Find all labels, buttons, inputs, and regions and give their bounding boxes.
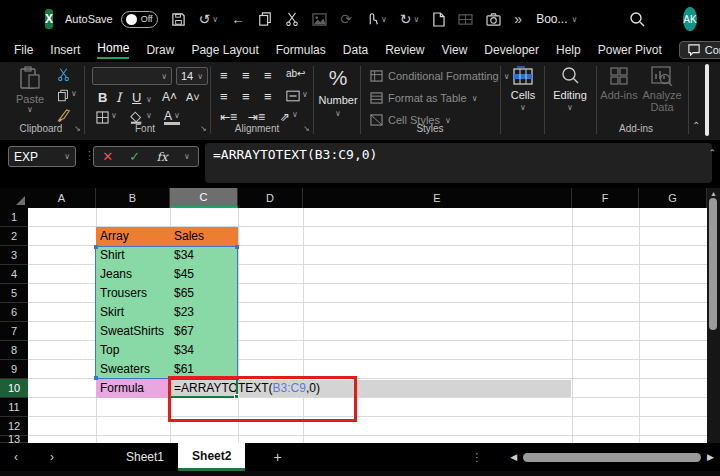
font-dialog-launcher-icon[interactable]: ↘ (200, 124, 207, 133)
column-header-e[interactable]: E (303, 188, 572, 208)
touch-mode-icon[interactable]: ∨ (365, 12, 387, 26)
column-header-a[interactable]: A (28, 188, 96, 208)
copy-icon[interactable] (258, 12, 272, 26)
cell-b2[interactable]: Array (96, 227, 170, 246)
tab-sheet1[interactable]: Sheet1 (112, 443, 178, 471)
comments-button[interactable]: Comments (679, 41, 720, 59)
format-as-table-button[interactable]: Format as Table∨ (370, 92, 478, 104)
search-icon[interactable] (629, 11, 645, 27)
new-file-icon[interactable] (432, 12, 445, 27)
underline-button[interactable]: U (132, 90, 141, 105)
tab-scroll-divider[interactable]: ⋮ (471, 451, 482, 464)
align-center-icon[interactable]: ≡ (242, 89, 250, 104)
align-top-icon[interactable]: ≡ (220, 68, 228, 83)
name-box[interactable]: EXP ∨ (8, 146, 76, 167)
tab-page-layout[interactable]: Page Layout (191, 43, 258, 57)
tab-draw[interactable]: Draw (146, 43, 174, 57)
bold-button[interactable]: B (98, 90, 107, 105)
expand-formula-bar-icon[interactable]: ⌃ (708, 148, 716, 158)
collapse-ribbon-icon[interactable]: ⌃ (692, 120, 700, 131)
autosave-toggle[interactable]: Off (121, 11, 158, 28)
scroll-left-icon[interactable]: ◀ (510, 452, 517, 462)
tab-file[interactable]: File (14, 43, 33, 57)
copy-button[interactable]: ∨ (57, 89, 77, 102)
tab-help[interactable]: Help (556, 43, 581, 57)
row-header-6[interactable]: 6 (0, 303, 28, 322)
decrease-indent-icon[interactable]: ⇤≡ (220, 110, 237, 124)
column-header-g[interactable]: G (639, 188, 707, 208)
tab-data[interactable]: Data (343, 43, 368, 57)
prev-sheet-icon[interactable]: ‹ (14, 450, 36, 464)
align-middle-icon[interactable]: ≡ (242, 68, 250, 83)
row-header-11[interactable]: 11 (0, 398, 28, 417)
align-left-icon[interactable]: ≡ (220, 89, 228, 104)
scroll-up-icon[interactable]: ▲ (710, 190, 717, 197)
cut-button[interactable] (57, 68, 70, 81)
tab-sheet2[interactable]: Sheet2 (178, 443, 245, 471)
undo-icon[interactable]: ↺∨ (199, 12, 219, 26)
editing-button[interactable]: Editing ∨ (548, 66, 592, 112)
row-header-5[interactable]: 5 (0, 284, 28, 303)
vertical-scrollbar[interactable]: ▲ (707, 188, 720, 443)
row-header-9[interactable]: 9 (0, 360, 28, 379)
align-bottom-icon[interactable]: ≡ (264, 68, 272, 83)
tab-developer[interactable]: Developer (484, 43, 539, 57)
column-header-d[interactable]: D (238, 188, 303, 208)
cell-c2[interactable]: Sales (170, 227, 238, 246)
camera-icon[interactable] (486, 13, 501, 26)
cut-icon[interactable] (285, 12, 299, 26)
tab-formulas[interactable]: Formulas (276, 43, 326, 57)
increase-font-button[interactable]: A˄ (162, 90, 177, 104)
column-header-c[interactable]: C (170, 188, 238, 208)
conditional-formatting-button[interactable]: Conditional Formatting∨ (370, 70, 510, 82)
clipboard-dialog-launcher-icon[interactable]: ↘ (74, 124, 81, 133)
cell-b10[interactable]: Formula (96, 379, 170, 398)
tab-review[interactable]: Review (385, 43, 424, 57)
formula-input[interactable]: =ARRAYTOTEXT(B3:C9,0) (205, 143, 712, 183)
column-header-f[interactable]: F (572, 188, 639, 208)
tab-home[interactable]: Home (97, 41, 129, 59)
font-size-select[interactable]: 14∨ (176, 67, 208, 85)
toolbar-overflow-icon[interactable]: » (514, 12, 522, 26)
column-header-b[interactable]: B (96, 188, 170, 208)
select-all-corner[interactable] (0, 188, 28, 208)
wrap-text-icon[interactable]: ab↩ (286, 68, 306, 79)
alignment-dialog-launcher-icon[interactable]: ↘ (303, 124, 310, 133)
font-name-select[interactable]: ∨ (92, 67, 172, 85)
redo-icon[interactable]: ↻∨ (400, 12, 420, 26)
italic-button[interactable]: I (116, 90, 121, 105)
back-arrow-icon[interactable]: ← (231, 12, 245, 26)
confirm-entry-icon[interactable]: ✓ (129, 149, 140, 164)
tab-view[interactable]: View (442, 43, 468, 57)
orientation-button[interactable]: ⇗∨ (280, 110, 298, 124)
avatar[interactable]: AK (683, 7, 696, 31)
row-header-10[interactable]: 10 (0, 379, 28, 398)
row-header-3[interactable]: 3 (0, 246, 28, 265)
next-sheet-icon[interactable]: › (50, 450, 72, 464)
cancel-entry-icon[interactable]: ✕ (102, 149, 113, 164)
save-icon[interactable] (171, 12, 186, 27)
number-format-button[interactable]: % Number ∨ (318, 66, 358, 118)
horizontal-scrollbar-thumb[interactable] (523, 453, 701, 462)
increase-indent-icon[interactable]: ⇥≡ (248, 110, 265, 124)
fx-dropdown-icon[interactable]: ∨ (184, 152, 190, 161)
add-sheet-button[interactable]: + (273, 449, 281, 465)
row-header-2[interactable]: 2 (0, 227, 28, 246)
ribbon-scrollbar[interactable] (705, 64, 709, 136)
underline-dropdown-icon[interactable]: ∨ (146, 95, 152, 104)
scroll-right-icon[interactable]: ▶ (707, 452, 714, 462)
row-header-7[interactable]: 7 (0, 322, 28, 341)
row-header-13[interactable]: 13 (0, 436, 28, 443)
row-header-8[interactable]: 8 (0, 341, 28, 360)
vertical-scrollbar-thumb[interactable] (709, 198, 717, 330)
tab-insert[interactable]: Insert (50, 43, 80, 57)
align-right-icon[interactable]: ≡ (264, 89, 272, 104)
insert-function-icon[interactable]: fx (156, 150, 167, 164)
document-title[interactable]: Boo... ∨ (536, 12, 577, 26)
row-header-1[interactable]: 1 (0, 208, 28, 227)
merge-center-button[interactable]: ∨ (286, 90, 308, 102)
paste-button[interactable]: Paste ∨ (10, 66, 50, 114)
cells-button[interactable]: Cells ∨ (504, 66, 542, 112)
format-painter-button[interactable] (57, 109, 71, 123)
row-header-4[interactable]: 4 (0, 265, 28, 284)
